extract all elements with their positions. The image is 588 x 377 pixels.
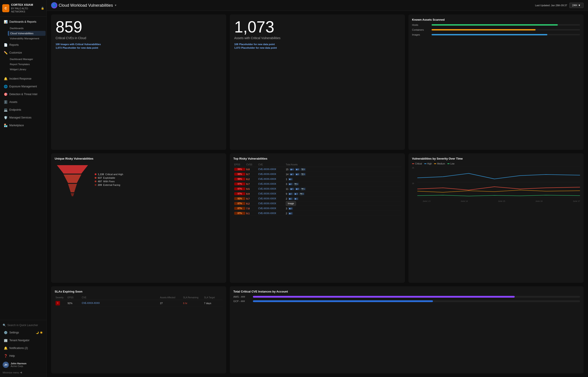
sidebar-item-endpoints[interactable]: 💻 Endpoints <box>1 106 46 114</box>
chevron-down-icon[interactable]: ▼ <box>114 4 117 7</box>
vuln-rows: 99% 9.8 CVE-XXXX-XXXX 15 ▣4▣5📷5 98% 9.7 … <box>233 167 401 216</box>
asset-chip: 📷1 <box>294 183 299 185</box>
severity-chart-title: Vulnerabilities by Severity Over Time <box>412 157 580 160</box>
vuln-table-header: EPSS CVSS CVE Total Assets <box>233 163 401 167</box>
search-placeholder: Search in Quick Launcher <box>7 324 38 327</box>
incident-icon: 🔔 <box>4 77 8 81</box>
placeholder-label: Placeholder for new data point <box>63 47 98 49</box>
asset-icons: ▣4▣5📷5 <box>289 168 306 171</box>
vuln-row[interactable]: 97% 8.9 CVE-XXXX-XXXX 9 ▣3▣3📷3 <box>233 191 401 196</box>
placeholder-count: 1,073 <box>56 47 62 49</box>
total-assets-cell: 14 ▣3▣5📷5 <box>286 173 401 176</box>
cvss-value: 8.9 <box>246 192 257 195</box>
assets-number: 1,073 <box>234 19 401 35</box>
epss-badge: 98% <box>234 178 245 180</box>
dashboards-subnav: Dashboards Cloud Vulnerabilities Vulnera… <box>0 26 46 41</box>
sidebar-item-customize[interactable]: ✏️ Customize <box>1 49 46 57</box>
severity-badge-critical: C <box>56 301 60 306</box>
sidebar-item-widget-library[interactable]: Widget Library <box>8 67 46 72</box>
vuln-row[interactable]: 98% 9.7 CVE-XXXX-XXXX 14 ▣3▣5📷5 <box>233 172 401 177</box>
hosts-bar-track <box>432 24 580 25</box>
top-vuln-title: Top Risky Vulnerabilities <box>233 157 401 160</box>
sidebar-item-report-templates[interactable]: Report Templates <box>8 62 46 67</box>
asset-icons: ▣4 <box>289 202 294 205</box>
asset-chip: ▣3 <box>294 192 299 195</box>
asset-chip: ▣3 <box>289 173 294 176</box>
sidebar-item-vulnerability-management[interactable]: Vulnerability Management <box>8 36 46 41</box>
slas-title: SLAs Expiring Soon <box>55 290 223 293</box>
vuln-row[interactable]: 92% 9.7 CVE-XXXX-XXXX 2 ▣1▣1 <box>233 196 401 201</box>
asset-chip: 📷5 <box>300 173 306 176</box>
known-assets-title: Known Assets Scanned <box>412 18 580 21</box>
sidebar-item-notifications[interactable]: 🔔 Notifications (2) <box>1 344 46 352</box>
funnel-legend-dot <box>95 177 96 179</box>
sidebar-item-tenant-navigator[interactable]: 🏢 Tenant Navigator <box>1 337 46 344</box>
sidebar-item-managed-services[interactable]: 🛡️ Managed Services <box>1 114 46 121</box>
cve-account-panel: Total Critical CVE Instances by Account … <box>230 286 584 373</box>
containers-bar-fill <box>432 29 536 30</box>
dashboards-icon: 📊 <box>4 20 8 24</box>
page-title: Cloud Workload Vulnerabilities <box>59 3 113 8</box>
asset-icons: ▣2📷1 <box>288 183 299 185</box>
asset-count: 2 <box>286 197 287 200</box>
sidebar-item-help[interactable]: ❓ Help <box>1 352 46 360</box>
vuln-row[interactable]: 87% 8.2 CVE-XXXX-XXXX 15 ▣4 Image <box>233 201 401 206</box>
vuln-row[interactable]: 99% 9.8 CVE-XXXX-XXXX 15 ▣4▣5📷5 <box>233 167 401 172</box>
severity-chart-area: 2k 1k June 1 <box>412 167 580 202</box>
asset-icons: ▣1▣1 <box>288 197 299 200</box>
avatar: JH <box>3 362 9 368</box>
stat-critical-cves: 859 Critical CVEs in Cloud 108 Images wi… <box>51 14 226 150</box>
funnel-count: 1,138 <box>98 173 104 176</box>
light-mode-icon[interactable]: ☀️ <box>40 331 43 334</box>
total-assets-cell: 3 ▣2📷1 <box>286 183 401 185</box>
sidebar-item-incident-response[interactable]: 🔔 Incident Response <box>1 75 46 82</box>
cvss-value: 8.2 <box>246 178 257 180</box>
quick-launcher-search[interactable]: 🔍 Search in Quick Launcher <box>0 322 46 329</box>
sidebar-item-dashboards[interactable]: Dashboards <box>8 26 46 31</box>
cve-id: CVE-XXXX-XXXX <box>258 197 285 200</box>
sidebar-item-exposure-management[interactable]: 🌐 Exposure Management <box>1 83 46 90</box>
sidebar-item-reports[interactable]: 📄 Reports <box>1 41 46 49</box>
vuln-row[interactable]: 97% 9.5 CVE-XXXX-XXXX 11 ▣5▣5📷1 <box>233 187 401 191</box>
funnel-legend-item: 497 With Fixes <box>95 180 123 183</box>
vuln-row[interactable]: 87% 9.1 CVE-XXXX-XXXX 2 ▣2 <box>233 211 401 216</box>
dashboard-content: 859 Critical CVEs in Cloud 108 Images wi… <box>47 11 588 377</box>
reports-label: Reports <box>9 43 19 47</box>
cve-id: CVE-XXXX-XXXX <box>258 202 285 205</box>
funnel-legend-item: 209 External Facing <box>95 184 123 186</box>
cve-id: CVE-XXXX-XXXX <box>258 188 285 190</box>
asset-count: 1 <box>286 178 287 180</box>
vuln-row[interactable]: 87% 7.8 CVE-XXXX-XXXX 3 ▣3 <box>233 206 401 211</box>
asset-chip: ▣5 <box>289 188 294 190</box>
sidebar-item-marketplace[interactable]: 🏪 Marketplace <box>1 122 46 129</box>
sidebar-item-dashboards-reports[interactable]: 📊 Dashboards & Reports <box>1 18 46 25</box>
funnel-label: Critical and High <box>105 173 123 176</box>
medium-legend-color <box>434 163 436 164</box>
funnel-legend-dot <box>95 180 96 182</box>
cve-id: CVE-XXXX-XXXX <box>258 212 285 214</box>
slas-panel: SLAs Expiring Soon Severity EPSS CVE Ass… <box>51 286 226 373</box>
vuln-row[interactable]: 98% 8.2 CVE-XXXX-XXXX 1 ▣1 <box>233 177 401 182</box>
epss-badge: 87% <box>234 207 245 210</box>
dark-mode-icon[interactable]: 🌙 <box>36 331 39 334</box>
cve-id: CVE-XXXX-XXXX <box>258 183 285 185</box>
sidebar-item-detection-threat[interactable]: 🎯 Detection & Threat Intel <box>1 91 46 98</box>
svg-marker-2 <box>68 184 77 192</box>
critical-cves-label: Critical CVEs in Cloud <box>56 36 222 40</box>
y-axis-labels: 2k 1k <box>412 167 417 198</box>
marketplace-icon: 🏪 <box>4 123 8 127</box>
gcp-account-row: GCP - ### <box>233 300 580 303</box>
asset-chip: 📷3 <box>299 192 304 195</box>
sidebar-item-cloud-vulnerabilities[interactable]: Cloud Vulnerabilities <box>8 31 46 36</box>
time-range-button[interactable]: 24H ▼ <box>569 3 584 8</box>
sidebar-item-assets[interactable]: 🗄️ Assets <box>1 98 46 106</box>
sidebar-item-settings[interactable]: ⚙️ Settings 🌙 ☀️ <box>1 329 46 336</box>
vuln-row[interactable]: 97% 9.7 CVE-XXXX-XXXX 3 ▣2📷1 <box>233 182 401 187</box>
reports-icon: 📄 <box>4 43 8 47</box>
cve-account-title: Total Critical CVE Instances by Account <box>233 290 580 293</box>
cve-id: CVE-XXXX-XXXX <box>258 178 285 180</box>
aws-account-row: AWS - ### <box>233 295 580 298</box>
minimize-menu-button[interactable]: Minimize menu ◀ <box>0 370 46 375</box>
sidebar-item-dashboard-manager[interactable]: Dashboard Manager <box>8 57 46 62</box>
gcp-label: GCP - ### <box>233 300 251 303</box>
